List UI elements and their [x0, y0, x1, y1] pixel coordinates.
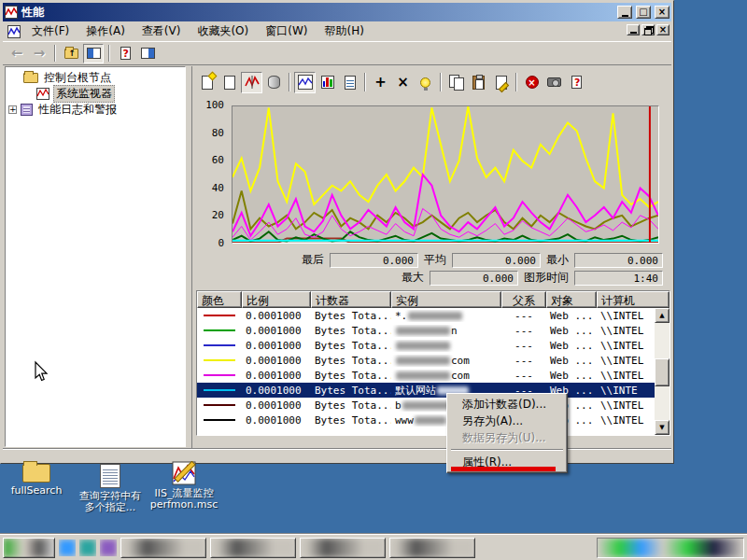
new-counter-set-button[interactable] [196, 72, 218, 93]
tree-expander[interactable]: + [8, 105, 17, 114]
view-log-data-button[interactable] [263, 72, 285, 93]
monitor-toolbar: + × × ? [196, 70, 587, 94]
menu-favorites[interactable]: 收藏夹(O) [189, 21, 257, 41]
menu-view[interactable]: 查看(V) [134, 21, 190, 41]
scroll-down-button[interactable]: ▼ [655, 420, 669, 435]
up-one-level-button[interactable]: ↑ [61, 44, 81, 63]
header-scale[interactable]: 比例 [242, 291, 311, 308]
table-row[interactable]: 0.0001000Bytes Tota...com---Web ...\\INT… [197, 353, 669, 368]
statistics-bar: 最后 0.000 平均 0.000 最小 0.000 最大 0.000 图形时间… [192, 251, 669, 287]
table-row[interactable]: 0.0001000Bytes Tota...www---Web ...\\INT… [197, 413, 669, 427]
minimize-button[interactable] [617, 6, 632, 19]
view-report-button[interactable] [339, 72, 360, 93]
desktop-icon-perfmon[interactable]: IIS_流量监控perfmon.msc [148, 461, 220, 511]
header-computer[interactable]: 计算机 [597, 291, 669, 308]
document-icon [100, 464, 120, 488]
show-hide-tree-button[interactable] [83, 44, 104, 63]
menu-action[interactable]: 操作(A) [78, 21, 134, 41]
view-graph-button[interactable] [294, 72, 316, 93]
close-button[interactable]: × [655, 6, 669, 19]
menu-item-save-data-as[interactable]: 数据另存为(U)... [449, 429, 565, 446]
maximize-button[interactable]: □ [636, 6, 651, 19]
desktop-icon-query-doc[interactable]: 查询字符中有多个指定... [74, 464, 147, 513]
counter-cell: Bytes Tota... [311, 414, 391, 427]
child-minimize-button[interactable] [627, 24, 640, 35]
table-row[interactable]: 0.0001000Bytes Tota...默认网站---Web ...\\IN… [197, 383, 669, 398]
taskbar-task-button[interactable] [389, 538, 475, 558]
forward-button[interactable]: → [29, 44, 49, 63]
y-axis-labels: 100 80 60 40 20 0 [192, 105, 226, 244]
copy-properties-button[interactable] [445, 72, 467, 93]
system-monitor-icon [36, 88, 49, 100]
quick-launch-icon[interactable] [79, 539, 96, 556]
tree-item-console-root[interactable]: 控制台根节点 [7, 70, 184, 86]
toolbar-separator [54, 45, 56, 62]
menu-item-add-counters[interactable]: 添加计数器(D)... [449, 396, 565, 413]
toolbar-separator [364, 73, 366, 91]
help-button[interactable]: ? [566, 72, 587, 93]
desktop-icon-fullsearch[interactable]: fullSearch [0, 464, 73, 497]
menu-help[interactable]: 帮助(H) [316, 21, 372, 41]
table-row[interactable]: 0.0001000Bytes Tota...*.---Web ...\\INTE… [197, 308, 669, 323]
clear-display-button[interactable] [218, 72, 240, 93]
table-row[interactable]: 0.0001000Bytes Tota...b---Web ...\\INTEL [197, 398, 669, 413]
header-counter[interactable]: 计数器 [311, 291, 391, 308]
taskbar-task-button[interactable] [300, 538, 386, 558]
delete-counter-button[interactable]: × [392, 72, 414, 93]
title-bar[interactable]: 性能 □ × [3, 3, 671, 21]
censored-instance-text [396, 342, 450, 350]
child-close-button[interactable]: × [656, 24, 669, 35]
database-icon [268, 76, 280, 89]
scrollbar-thumb[interactable] [655, 358, 669, 386]
table-row[interactable]: 0.0001000Bytes Tota...---Web ...\\INTEL [197, 338, 669, 353]
header-parent[interactable]: 父系 [501, 291, 546, 308]
taskbar-task-button[interactable] [120, 538, 206, 558]
properties-button[interactable] [490, 72, 512, 93]
header-object[interactable]: 对象 [546, 291, 597, 308]
menu-file[interactable]: 文件(F) [23, 21, 78, 41]
table-row[interactable]: 0.0001000Bytes Tota...com---Web ...\\INT… [197, 368, 669, 383]
add-counter-button[interactable]: + [370, 72, 391, 93]
quick-launch-icon[interactable] [100, 539, 117, 556]
delete-x-icon: × [397, 76, 409, 90]
counter-cell: Bytes Tota... [311, 325, 391, 337]
scale-cell: 0.0001000 [242, 414, 311, 427]
help-topics-button[interactable]: ? [115, 44, 135, 63]
paste-counter-list-button[interactable] [468, 72, 489, 93]
start-button[interactable] [3, 538, 55, 558]
scroll-up-button[interactable]: ▲ [655, 308, 669, 323]
clipboard-icon [472, 76, 485, 90]
header-color[interactable]: 颜色 [197, 291, 242, 308]
header-instance[interactable]: 实例 [391, 291, 501, 308]
view-current-activity-button[interactable] [241, 72, 262, 93]
back-button[interactable]: ← [7, 44, 27, 63]
parent-cell: --- [501, 310, 546, 322]
navigation-toolbar: ← → ↑ ? [3, 42, 671, 65]
child-restore-button[interactable] [641, 24, 655, 35]
freeze-display-button[interactable]: × [521, 72, 543, 93]
average-value: 0.000 [452, 253, 541, 268]
quick-launch-icon[interactable] [59, 539, 76, 556]
tree-item-system-monitor[interactable]: 系统监视器 [7, 86, 184, 102]
table-body: 0.0001000Bytes Tota...*.---Web ...\\INTE… [197, 308, 669, 427]
highlight-button[interactable] [415, 72, 436, 93]
taskbar-task-button[interactable] [210, 538, 296, 558]
counter-cell: Bytes Tota... [311, 355, 391, 367]
object-cell: Web ... [546, 325, 597, 337]
system-tray[interactable] [597, 538, 744, 558]
console-tree-icon [87, 48, 101, 59]
menu-item-save-as[interactable]: 另存为(A)... [449, 413, 565, 429]
update-data-button[interactable] [543, 72, 565, 93]
table-scrollbar[interactable]: ▲ ▼ [655, 308, 669, 435]
red-annotation-underline [451, 467, 556, 471]
performance-chart-plot[interactable] [232, 105, 659, 244]
view-histogram-button[interactable] [317, 72, 338, 93]
show-hide-action-pane-button[interactable] [137, 44, 158, 63]
chart-series-magenta-thin [233, 209, 658, 241]
object-cell: Web ... [546, 370, 597, 382]
folder-icon [23, 73, 38, 83]
system-monitor-view: + × × ? 100 80 60 40 20 0 [191, 66, 671, 448]
tree-item-performance-logs[interactable]: + 性能日志和警报 [7, 102, 184, 118]
table-row[interactable]: 0.0001000Bytes Tota...n---Web ...\\INTEL [197, 323, 669, 338]
menu-window[interactable]: 窗口(W) [257, 21, 316, 41]
